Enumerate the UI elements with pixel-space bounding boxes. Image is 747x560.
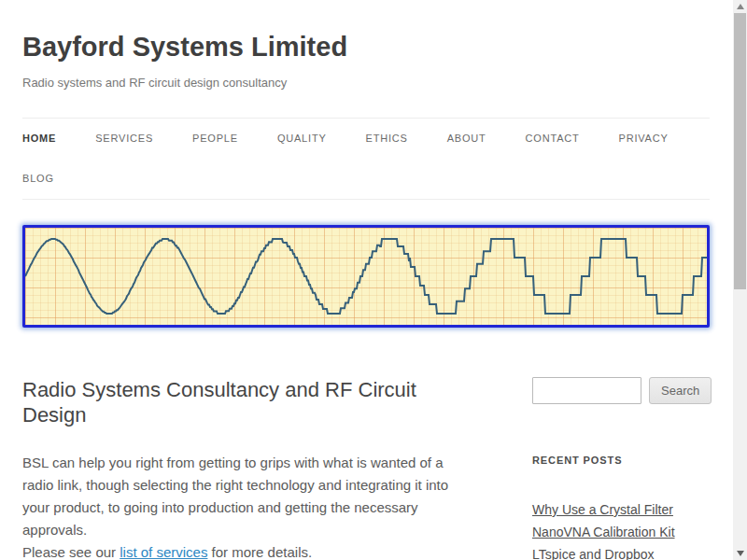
list-item: Why Use a Crystal Filter <box>532 498 710 521</box>
scrollbar-thumb[interactable] <box>734 13 746 289</box>
list-item: NanoVNA Calibration Kit <box>532 521 710 543</box>
search-button[interactable]: Search <box>649 377 712 404</box>
scrollbar-down-button[interactable] <box>733 547 747 560</box>
main-navigation: HOME SERVICES PEOPLE QUALITY ETHICS ABOU… <box>22 118 710 200</box>
arrow-up-icon <box>737 4 744 9</box>
nav-row-1: HOME SERVICES PEOPLE QUALITY ETHICS ABOU… <box>22 119 710 159</box>
content-area: Radio Systems Consultancy and RF Circuit… <box>22 377 710 560</box>
nav-item-privacy[interactable]: PRIVACY <box>619 119 669 159</box>
quantized-sine-wave-graphic <box>25 228 707 325</box>
site-title: Bayford Systems Limited <box>22 32 710 63</box>
banner-waveform-image <box>22 225 710 328</box>
intro-line: your product, to going into production a… <box>22 497 508 519</box>
list-of-services-link[interactable]: list of services <box>120 544 207 560</box>
sidebar: Search RECENT POSTS Why Use a Crystal Fi… <box>532 377 710 560</box>
nav-item-ethics[interactable]: ETHICS <box>366 119 408 159</box>
nav-item-home[interactable]: HOME <box>22 119 56 159</box>
search-form: Search <box>532 377 710 404</box>
nav-item-people[interactable]: PEOPLE <box>192 119 238 159</box>
services-sentence: Please see our list of services for more… <box>22 541 508 560</box>
intro-line: radio link, though selecting the right t… <box>22 474 508 497</box>
intro-line: approvals. <box>22 519 508 541</box>
services-prefix: Please see our <box>22 544 120 560</box>
main-column: Radio Systems Consultancy and RF Circuit… <box>22 377 508 560</box>
nav-item-blog[interactable]: BLOG <box>22 159 54 199</box>
recent-post-link-nanovna[interactable]: NanoVNA Calibration Kit <box>532 521 710 543</box>
recent-post-link-ltspice[interactable]: LTspice and Dropbox <box>532 543 710 560</box>
recent-posts-title: RECENT POSTS <box>532 455 710 466</box>
services-suffix: for more details. <box>207 544 312 560</box>
intro-paragraph: BSL can help you right from getting to g… <box>22 452 508 541</box>
nav-item-about[interactable]: ABOUT <box>447 119 486 159</box>
page-title: Radio Systems Consultancy and RF Circuit… <box>22 377 461 427</box>
site-header: Bayford Systems Limited Radio systems an… <box>22 32 710 90</box>
search-input[interactable] <box>532 377 641 404</box>
nav-item-quality[interactable]: QUALITY <box>277 119 327 159</box>
scrollbar-up-button[interactable] <box>733 0 747 13</box>
recent-posts-list: Why Use a Crystal Filter NanoVNA Calibra… <box>532 498 710 560</box>
vertical-scrollbar <box>733 0 747 560</box>
page-container: Bayford Systems Limited Radio systems an… <box>22 32 710 560</box>
arrow-down-icon <box>737 551 744 556</box>
list-item: LTspice and Dropbox <box>532 543 710 560</box>
intro-line: BSL can help you right from getting to g… <box>22 452 508 474</box>
nav-item-services[interactable]: SERVICES <box>95 119 153 159</box>
recent-post-link-crystal-filter[interactable]: Why Use a Crystal Filter <box>532 498 710 521</box>
nav-item-contact[interactable]: CONTACT <box>526 119 580 159</box>
nav-row-2: BLOG <box>22 159 710 199</box>
browser-viewport: Bayford Systems Limited Radio systems an… <box>0 0 747 560</box>
site-tagline: Radio systems and RF circuit design cons… <box>22 76 710 90</box>
